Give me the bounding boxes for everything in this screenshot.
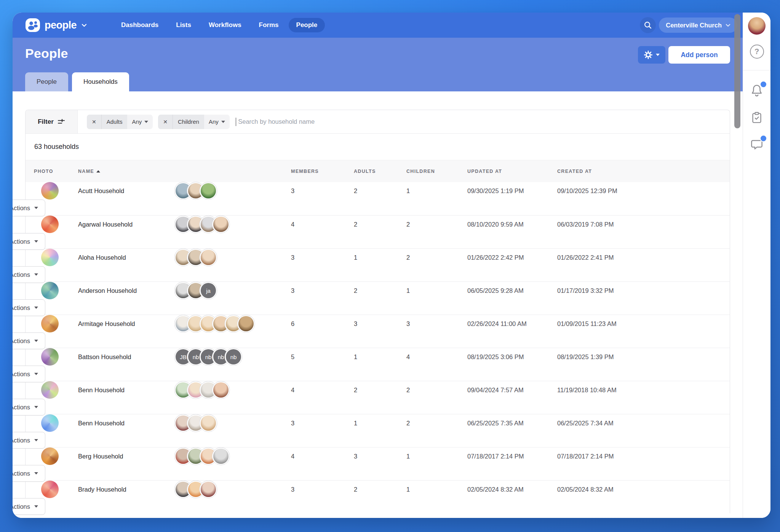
tasks-button[interactable] [750, 111, 764, 125]
help-icon[interactable]: ? [750, 45, 764, 59]
nav-item-forms[interactable]: Forms [251, 18, 286, 32]
col-header-children[interactable]: CHILDREN [406, 169, 467, 174]
col-header-photo: PHOTO [34, 169, 78, 174]
created-at: 06/03/2019 7:08 PM [557, 221, 730, 228]
product-logo[interactable]: people [25, 18, 87, 33]
household-name[interactable]: Battson Household [78, 353, 176, 361]
user-avatar[interactable] [748, 17, 766, 35]
member-avatar-list [176, 415, 291, 431]
household-name[interactable]: Acutt Household [78, 187, 176, 195]
filter-value-dropdown[interactable]: Any [204, 115, 230, 129]
members-count: 3 [291, 486, 354, 493]
household-photo [41, 249, 59, 266]
member-initials-avatar[interactable]: ja [201, 283, 216, 298]
household-name[interactable]: Armitage Household [78, 320, 176, 328]
tab-people[interactable]: People [25, 72, 68, 91]
updated-at: 09/04/2024 7:57 AM [467, 387, 557, 394]
global-search-button[interactable] [640, 17, 656, 33]
household-name[interactable]: Aloha Household [78, 254, 176, 261]
row-actions-button[interactable]: Actions [13, 332, 45, 349]
app-window: people DashboardsListsWorkflowsFormsPeop… [13, 13, 770, 518]
row-actions-button[interactable]: Actions [13, 366, 45, 382]
row-actions-button[interactable]: Actions [13, 399, 45, 415]
product-switcher-chevron-icon[interactable] [82, 24, 87, 27]
household-name[interactable]: Benn Household [78, 387, 176, 394]
children-count: 2 [406, 221, 467, 228]
member-photo-avatar[interactable] [201, 183, 216, 198]
member-photo-avatar[interactable] [238, 316, 254, 331]
nav-item-people[interactable]: People [289, 18, 325, 32]
household-name[interactable]: Berg Household [78, 453, 176, 460]
member-avatar-list [176, 449, 291, 464]
household-row: Benn Household31206/25/2025 7:35 AM06/25… [26, 414, 730, 447]
created-at: 09/10/2025 12:39 PM [557, 187, 730, 195]
chevron-down-icon [34, 505, 38, 508]
member-avatar-list: JBnbnbnbnb [176, 349, 291, 364]
member-photo-avatar[interactable] [213, 449, 229, 464]
row-actions-button[interactable]: Actions [13, 498, 45, 515]
household-row: Brady Household32102/05/2024 8:32 AM02/0… [26, 480, 730, 513]
organization-switcher[interactable]: Centerville Church [659, 18, 737, 33]
notifications-button[interactable] [750, 83, 764, 98]
filter-bar: Filter ✕AdultsAny✕ChildrenAny [26, 110, 730, 134]
nav-item-workflows[interactable]: Workflows [201, 18, 249, 32]
household-name[interactable]: Benn Household [78, 420, 176, 427]
created-at: 02/05/2024 8:32 AM [557, 486, 730, 493]
members-count: 4 [291, 387, 354, 394]
nav-item-lists[interactable]: Lists [168, 18, 199, 32]
members-count: 4 [291, 453, 354, 460]
children-count: 4 [406, 353, 467, 361]
vertical-scrollbar-thumb[interactable] [734, 14, 740, 128]
nav-item-dashboards[interactable]: Dashboards [113, 18, 166, 32]
adults-count: 3 [354, 320, 406, 328]
household-name[interactable]: Agarwal Household [78, 221, 176, 228]
household-name[interactable]: Anderson Household [78, 287, 176, 294]
children-count: 1 [406, 453, 467, 460]
members-count: 3 [291, 187, 354, 195]
household-photo [41, 182, 59, 200]
children-count: 2 [406, 254, 467, 261]
children-count: 2 [406, 420, 467, 427]
member-initials-avatar[interactable]: nb [226, 349, 241, 364]
created-at: 01/09/2015 11:23 AM [557, 320, 730, 328]
updated-at: 02/05/2024 8:32 AM [467, 486, 557, 493]
filter-value-dropdown[interactable]: Any [127, 115, 153, 129]
filter-field-label: Adults [102, 115, 128, 129]
created-at: 01/17/2019 3:32 PM [557, 287, 730, 294]
row-actions-button[interactable]: Actions [13, 233, 45, 250]
settings-button[interactable] [638, 46, 665, 64]
chevron-down-icon [34, 240, 38, 243]
member-photo-avatar[interactable] [201, 415, 216, 431]
children-count: 1 [406, 187, 467, 195]
row-actions-button[interactable]: Actions [13, 200, 45, 216]
updated-at: 08/10/2020 9:59 AM [467, 221, 557, 228]
member-photo-avatar[interactable] [201, 482, 216, 497]
household-search-input[interactable] [236, 118, 730, 125]
household-name[interactable]: Brady Household [78, 486, 176, 493]
member-photo-avatar[interactable] [201, 250, 216, 265]
col-header-name[interactable]: NAME [78, 169, 176, 174]
row-actions-button[interactable]: Actions [13, 432, 45, 449]
col-header-created-at[interactable]: CREATED AT [557, 169, 730, 174]
remove-filter-icon[interactable]: ✕ [158, 115, 173, 129]
member-photo-avatar[interactable] [213, 382, 229, 398]
row-actions-button[interactable]: Actions [13, 299, 45, 316]
col-header-adults[interactable]: ADULTS [354, 169, 406, 174]
tab-households[interactable]: Households [72, 72, 129, 91]
filter-toggle[interactable]: Filter [26, 110, 78, 133]
add-person-button[interactable]: Add person [668, 46, 730, 64]
filter-label: Filter [38, 118, 54, 126]
household-photo [41, 414, 59, 432]
messages-button[interactable] [750, 137, 764, 152]
row-actions-button[interactable]: Actions [13, 465, 45, 482]
notification-badge [760, 81, 767, 88]
messages-badge [760, 135, 767, 142]
adults-count: 2 [354, 221, 406, 228]
page-title: People [25, 46, 68, 61]
member-photo-avatar[interactable] [213, 217, 229, 232]
col-header-updated-at[interactable]: UPDATED AT [467, 169, 557, 174]
row-actions-button[interactable]: Actions [13, 266, 45, 283]
tab-bar: People Households [25, 72, 129, 91]
remove-filter-icon[interactable]: ✕ [87, 115, 102, 129]
col-header-members[interactable]: MEMBERS [291, 169, 354, 174]
